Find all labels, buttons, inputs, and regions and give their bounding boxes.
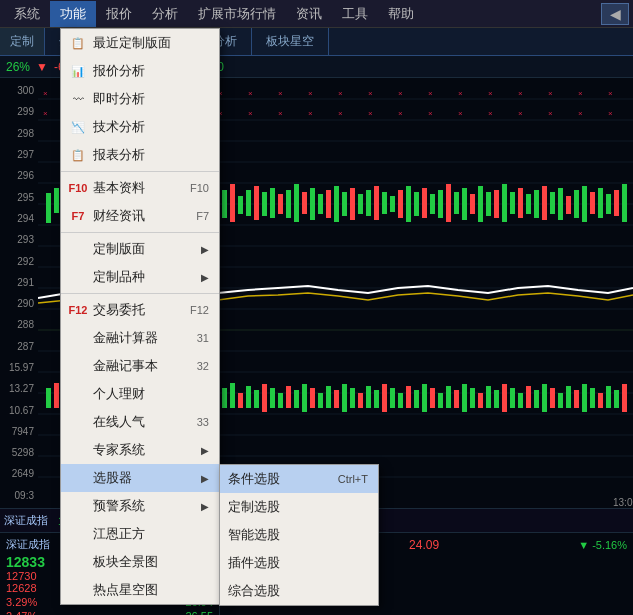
- svg-rect-99: [366, 190, 371, 216]
- svg-rect-160: [270, 388, 275, 408]
- svg-rect-196: [558, 393, 563, 408]
- svg-rect-162: [286, 386, 291, 408]
- finance-hotkey: F7: [196, 210, 209, 222]
- svg-rect-105: [414, 192, 419, 216]
- warning-icon: [69, 499, 87, 513]
- menu-custom-product[interactable]: 定制品种 ▶: [61, 263, 219, 291]
- custom-layout-icon: [69, 242, 87, 256]
- submenu-custom[interactable]: 定制选股: [220, 493, 378, 521]
- tab-custom[interactable]: 定制: [0, 28, 45, 55]
- price-291: 291: [2, 277, 36, 288]
- svg-text:×: ×: [398, 89, 403, 98]
- svg-rect-201: [598, 393, 603, 408]
- svg-rect-86: [262, 192, 267, 216]
- svg-rect-84: [246, 190, 251, 216]
- submenu-smart[interactable]: 智能选股: [220, 521, 378, 549]
- menu-gann[interactable]: 江恩正方: [61, 520, 219, 548]
- 综合-label: 综合选股: [228, 582, 280, 600]
- svg-text:×: ×: [578, 109, 583, 118]
- menu-trade[interactable]: F12 交易委托 F12: [61, 296, 219, 324]
- menu-basic[interactable]: F10 基本资料 F10: [61, 174, 219, 202]
- svg-rect-199: [582, 384, 587, 412]
- plugin-label: 插件选股: [228, 554, 280, 572]
- svg-text:×: ×: [368, 109, 373, 118]
- svg-text:×: ×: [488, 89, 493, 98]
- menu-help[interactable]: 帮助: [378, 1, 424, 27]
- svg-rect-157: [246, 386, 251, 408]
- menu-quote-analysis[interactable]: 📊 报价分析: [61, 57, 219, 85]
- tab-sector[interactable]: 板块星空: [252, 28, 329, 55]
- instant-icon: 〰: [69, 92, 87, 106]
- menu-calc[interactable]: 金融计算器 31: [61, 324, 219, 352]
- svg-rect-133: [54, 383, 59, 408]
- notebook-hotkey: 32: [197, 360, 209, 372]
- gann-label: 江恩正方: [93, 525, 145, 543]
- price-296: 296: [2, 170, 36, 181]
- svg-rect-159: [262, 384, 267, 412]
- separator-3: [61, 293, 219, 294]
- basic-hotkey: F10: [190, 182, 209, 194]
- price-299: 299: [2, 106, 36, 117]
- submenu-plugin[interactable]: 插件选股: [220, 549, 378, 577]
- menu-warning[interactable]: 预警系统 ▶: [61, 492, 219, 520]
- menu-tech[interactable]: 📉 技术分析: [61, 113, 219, 141]
- svg-rect-179: [422, 384, 427, 412]
- svg-rect-183: [454, 390, 459, 408]
- svg-rect-188: [494, 390, 499, 408]
- menu-func[interactable]: 功能: [50, 1, 96, 27]
- svg-rect-106: [422, 188, 427, 218]
- svg-rect-165: [310, 388, 315, 408]
- svg-rect-112: [470, 194, 475, 214]
- svg-text:×: ×: [518, 109, 523, 118]
- smart-label: 智能选股: [228, 526, 280, 544]
- svg-rect-175: [390, 388, 395, 408]
- svg-rect-118: [518, 188, 523, 218]
- menu-personal[interactable]: 个人理财: [61, 380, 219, 408]
- menu-hotspot[interactable]: 热点星空图: [61, 576, 219, 604]
- selector-label: 选股器: [93, 469, 132, 487]
- online-hotkey: 33: [197, 416, 209, 428]
- menu-system[interactable]: 系统: [4, 1, 50, 27]
- menu-selector[interactable]: 选股器 ▶ 条件选股 Ctrl+T 定制选股 智能选股 插件选股 综合选股: [61, 464, 219, 492]
- svg-rect-181: [438, 393, 443, 408]
- menu-finance[interactable]: F7 财经资讯 F7: [61, 202, 219, 230]
- menu-report[interactable]: 📋 报表分析: [61, 141, 219, 169]
- sector-map-icon: [69, 555, 87, 569]
- menu-extend[interactable]: 扩展市场行情: [188, 1, 286, 27]
- menu-online[interactable]: 在线人气 33: [61, 408, 219, 436]
- svg-text:×: ×: [488, 109, 493, 118]
- menu-instant[interactable]: 〰 即时分析: [61, 85, 219, 113]
- menu-recent[interactable]: 📋 最近定制版面: [61, 29, 219, 57]
- svg-rect-155: [230, 383, 235, 408]
- svg-text:13:00: 13:00: [613, 497, 633, 508]
- menu-news[interactable]: 资讯: [286, 1, 332, 27]
- menu-sector-map[interactable]: 板块全景图: [61, 548, 219, 576]
- svg-text:×: ×: [368, 89, 373, 98]
- svg-rect-166: [318, 393, 323, 408]
- svg-rect-102: [390, 196, 395, 212]
- menu-tools[interactable]: 工具: [332, 1, 378, 27]
- submenu-综合[interactable]: 综合选股: [220, 577, 378, 605]
- hotspot-icon: [69, 583, 87, 597]
- svg-rect-87: [270, 188, 275, 218]
- menu-notebook[interactable]: 金融记事本 32: [61, 352, 219, 380]
- speaker-button[interactable]: ◀: [601, 3, 629, 25]
- index-row-2: 2.47% 26.55: [6, 610, 213, 615]
- quote-analysis-icon: 📊: [69, 64, 87, 78]
- svg-rect-185: [470, 388, 475, 408]
- menu-analysis[interactable]: 分析: [142, 1, 188, 27]
- svg-rect-172: [366, 386, 371, 408]
- svg-rect-107: [430, 194, 435, 214]
- status-pct: 26%: [6, 60, 30, 74]
- svg-rect-127: [590, 192, 595, 214]
- price-298: 298: [2, 128, 36, 139]
- menu-expert[interactable]: 专家系统 ▶: [61, 436, 219, 464]
- menu-custom-layout[interactable]: 定制版面 ▶: [61, 235, 219, 263]
- submenu-condition[interactable]: 条件选股 Ctrl+T: [220, 465, 378, 493]
- warning-arrow: ▶: [201, 501, 209, 512]
- condition-hotkey: Ctrl+T: [338, 473, 368, 485]
- svg-rect-94: [326, 190, 331, 218]
- svg-rect-96: [342, 192, 347, 216]
- menu-quote[interactable]: 报价: [96, 1, 142, 27]
- svg-text:×: ×: [608, 89, 613, 98]
